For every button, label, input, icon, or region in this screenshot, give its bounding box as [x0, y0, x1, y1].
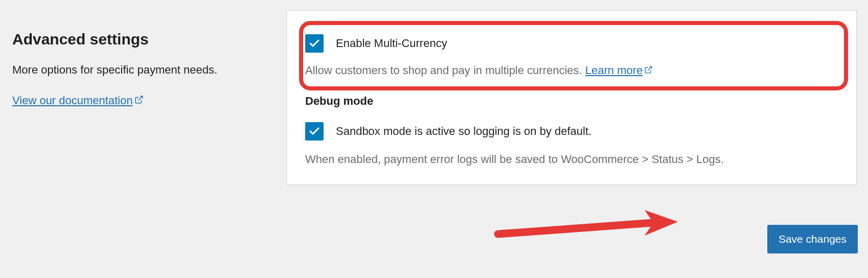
debug-checkbox[interactable] [305, 122, 324, 141]
highlight-annotation: Enable Multi-Currency Allow customers to… [299, 21, 848, 90]
arrow-annotation-icon [494, 209, 678, 245]
check-icon [308, 37, 321, 50]
documentation-link[interactable]: View our documentation [12, 94, 144, 107]
debug-help: When enabled, payment error logs will be… [305, 153, 838, 166]
learn-more-link[interactable]: Learn more [585, 64, 653, 77]
settings-panel: Enable Multi-Currency Allow customers to… [286, 10, 857, 185]
debug-label: Sandbox mode is active so logging is on … [336, 125, 591, 138]
save-changes-button[interactable]: Save changes [767, 225, 858, 253]
multi-currency-label: Enable Multi-Currency [336, 37, 447, 50]
section-description: More options for specific payment needs. [12, 63, 286, 77]
external-link-icon [644, 65, 653, 74]
svg-line-0 [138, 96, 142, 100]
svg-line-3 [498, 223, 652, 234]
multi-currency-checkbox[interactable] [305, 34, 324, 53]
check-icon [308, 125, 321, 137]
documentation-link-text: View our documentation [12, 94, 133, 107]
svg-marker-4 [645, 210, 678, 236]
svg-line-1 [648, 66, 652, 71]
debug-section-label: Debug mode [305, 95, 838, 108]
multi-currency-help: Allow customers to shop and pay in multi… [305, 64, 838, 77]
external-link-icon [134, 95, 144, 104]
section-heading: Advanced settings [12, 31, 286, 48]
multi-currency-row: Enable Multi-Currency [305, 34, 838, 53]
settings-left-column: Advanced settings More options for speci… [10, 10, 286, 185]
debug-row: Sandbox mode is active so logging is on … [305, 122, 838, 141]
